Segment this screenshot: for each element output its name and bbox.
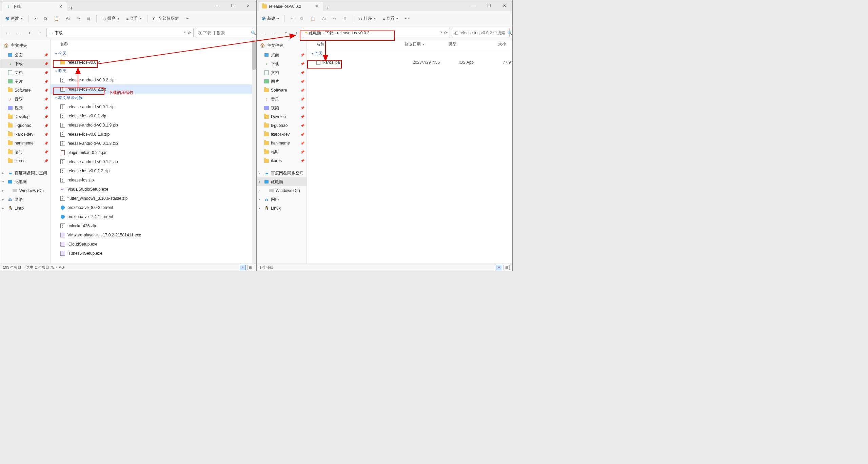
view-button[interactable]: ≡ 查看 ▾ xyxy=(380,14,401,23)
column-type[interactable]: 类型 xyxy=(449,41,482,47)
paste-button[interactable]: 📋 xyxy=(308,14,318,23)
sidebar-item-ikaros-dev[interactable]: ikaros-dev📌 xyxy=(257,130,307,139)
file-row[interactable]: release-ios.zip xyxy=(51,175,256,185)
details-view-button[interactable]: ≡ xyxy=(240,265,246,270)
file-row[interactable]: release-ios-v0.0.1.9.zip xyxy=(51,130,256,139)
file-row[interactable]: ikaros.ipa2023/7/29 7:56iOS App77,947 KB xyxy=(307,58,512,67)
search-box[interactable]: 🔍 xyxy=(452,28,510,38)
icons-view-button[interactable]: ▦ xyxy=(504,265,510,270)
column-name[interactable]: 名称 xyxy=(60,41,72,47)
breadcrumb[interactable]: 下载 xyxy=(325,30,333,36)
share-button[interactable]: ↪ xyxy=(330,14,339,23)
share-button[interactable]: ↪ xyxy=(74,14,83,23)
forward-button[interactable]: → xyxy=(270,28,279,37)
file-row[interactable]: release-ios-v0.0.2.zip xyxy=(51,84,256,94)
tab-folder[interactable]: release-ios-v0.0.2 ✕ xyxy=(259,2,323,11)
group-header[interactable]: ▾本周早些时候 xyxy=(51,94,256,102)
address-bar[interactable]: ↓ › 下载 ▾⟳ xyxy=(46,28,194,38)
sidebar-item-临时[interactable]: 临时📌 xyxy=(257,148,307,156)
group-header[interactable]: ▾今天 xyxy=(51,49,256,58)
column-size[interactable]: 大小 xyxy=(482,41,510,47)
sidebar-tree-百度网盘同步空间[interactable]: ▸☁百度网盘同步空间 xyxy=(0,169,50,177)
file-row[interactable]: proxmox-ve_8.0-2.torrent xyxy=(51,203,256,212)
maximize-button[interactable]: ☐ xyxy=(225,0,240,11)
group-header[interactable]: ▾昨天 xyxy=(307,49,512,58)
close-button[interactable]: ✕ xyxy=(240,0,256,11)
file-row[interactable]: release-ios-v0.0.1.2.zip xyxy=(51,166,256,175)
sidebar-item-桌面[interactable]: 桌面📌 xyxy=(0,51,50,59)
column-name[interactable]: 名称 xyxy=(316,41,405,47)
sidebar-tree-网络[interactable]: ▸🖧网络 xyxy=(0,195,50,204)
rename-button[interactable]: Aⅈ xyxy=(319,14,329,23)
file-row[interactable]: unlocker426.zip xyxy=(51,221,256,230)
file-row[interactable]: proxmox-ve_7.4-1.torrent xyxy=(51,212,256,221)
sidebar-tree-百度网盘同步空间[interactable]: ▸☁百度网盘同步空间 xyxy=(257,169,307,177)
scrollbar-thumb[interactable] xyxy=(252,40,256,70)
back-button[interactable]: ← xyxy=(3,28,12,37)
details-view-button[interactable]: ≡ xyxy=(496,265,502,270)
up-button[interactable]: ↑ xyxy=(292,28,301,37)
extract-all-button[interactable]: 🗀 全部解压缩 xyxy=(150,14,181,23)
chevron-icon[interactable]: ▸ xyxy=(2,171,4,175)
sidebar-tree-此电脑[interactable]: ▾此电脑 xyxy=(257,177,307,186)
refresh-icon[interactable]: ⟳ xyxy=(188,31,191,35)
chevron-icon[interactable]: ▸ xyxy=(2,198,4,201)
column-headers[interactable]: 名称 修改日期 ▾ 类型 大小 xyxy=(307,40,512,49)
chevron-icon[interactable]: ▸ xyxy=(259,207,260,210)
file-row[interactable]: release-android-v0.0.1.2.zip xyxy=(51,157,256,166)
back-button[interactable]: ← xyxy=(259,28,268,37)
file-row[interactable]: release-android-v0.0.1.zip xyxy=(51,102,256,111)
sidebar-item-ikaros[interactable]: ikaros📌 xyxy=(257,156,307,165)
file-row[interactable]: plugin-mikan-0.2.1.jar xyxy=(51,148,256,157)
delete-button[interactable]: 🗑 xyxy=(84,14,94,23)
chevron-icon[interactable]: ▸ xyxy=(259,171,260,175)
sidebar-item-视频[interactable]: 视频📌 xyxy=(257,103,307,112)
minimize-button[interactable]: ─ xyxy=(466,0,481,11)
recent-button[interactable]: ▾ xyxy=(25,28,34,37)
sidebar-item-临时[interactable]: 临时📌 xyxy=(0,148,50,156)
file-row[interactable]: release-android-v0.0.1.3.zip xyxy=(51,139,256,148)
sidebar-home[interactable]: 🏠 主文件夹 xyxy=(257,41,307,50)
chevron-icon[interactable]: ▸ xyxy=(2,207,4,210)
tab-downloads[interactable]: ↓ 下载 ✕ xyxy=(2,2,67,11)
sidebar-item-下载[interactable]: ↓下载📌 xyxy=(257,59,307,68)
file-row[interactable]: release-android-v0.0.2.zip xyxy=(51,75,256,84)
copy-button[interactable]: ⧉ xyxy=(41,14,50,23)
address-bar[interactable]: › 此电脑 › 下载 › release-ios-v0.0.2 ▾⟳ xyxy=(303,28,450,38)
sort-button[interactable]: ↑↓ 排序 ▾ xyxy=(99,14,122,23)
file-row[interactable]: VMware-player-full-17.0.2-21581411.exe xyxy=(51,230,256,239)
new-button[interactable]: ⊕ 新建 ▾ xyxy=(2,13,25,24)
close-tab-icon[interactable]: ✕ xyxy=(58,4,63,9)
search-input[interactable] xyxy=(454,31,505,35)
sidebar-item-hanimeme[interactable]: hanimeme📌 xyxy=(0,139,50,148)
sidebar-item-音乐[interactable]: ♪音乐📌 xyxy=(0,95,50,103)
cut-button[interactable]: ✂ xyxy=(31,14,40,23)
file-row[interactable]: release-ios-v0.0.2 xyxy=(51,58,256,67)
breadcrumb[interactable]: 此电脑 xyxy=(309,30,321,36)
sidebar-tree-Windows (C:)[interactable]: ▸Windows (C:) xyxy=(0,186,50,195)
sidebar-item-图片[interactable]: 图片📌 xyxy=(0,77,50,86)
sidebar-item-Software[interactable]: Software📌 xyxy=(0,86,50,95)
icons-view-button[interactable]: ▦ xyxy=(247,265,253,270)
sidebar-item-桌面[interactable]: 桌面📌 xyxy=(257,51,307,59)
file-row[interactable]: release-android-v0.0.1.9.zip xyxy=(51,120,256,130)
sidebar-tree-Windows (C:)[interactable]: ▸Windows (C:) xyxy=(257,186,307,195)
minimize-button[interactable]: ─ xyxy=(209,0,225,11)
column-date[interactable]: 修改日期 ▾ xyxy=(405,41,449,47)
file-row[interactable]: flutter_windows_3.10.6-stable.zip xyxy=(51,194,256,203)
sidebar-tree-Linux[interactable]: ▸🐧Linux xyxy=(0,204,50,213)
file-row[interactable]: iTunes64Setup.exe xyxy=(51,249,256,258)
sidebar-item-ikaros-dev[interactable]: ikaros-dev📌 xyxy=(0,130,50,139)
sidebar-item-Software[interactable]: Software📌 xyxy=(257,86,307,95)
recent-button[interactable]: ▾ xyxy=(281,28,290,37)
cut-button[interactable]: ✂ xyxy=(288,14,296,23)
group-header[interactable]: ▾昨天 xyxy=(51,67,256,75)
rename-button[interactable]: Aⅈ xyxy=(63,14,73,23)
chevron-icon[interactable]: ▸ xyxy=(259,198,260,201)
forward-button[interactable]: → xyxy=(14,28,23,37)
paste-button[interactable]: 📋 xyxy=(51,14,62,23)
up-button[interactable]: ↑ xyxy=(36,28,44,37)
sidebar-item-文档[interactable]: 文档📌 xyxy=(0,68,50,77)
sidebar-tree-网络[interactable]: ▸🖧网络 xyxy=(257,195,307,204)
more-button[interactable]: ⋯ xyxy=(183,14,192,23)
